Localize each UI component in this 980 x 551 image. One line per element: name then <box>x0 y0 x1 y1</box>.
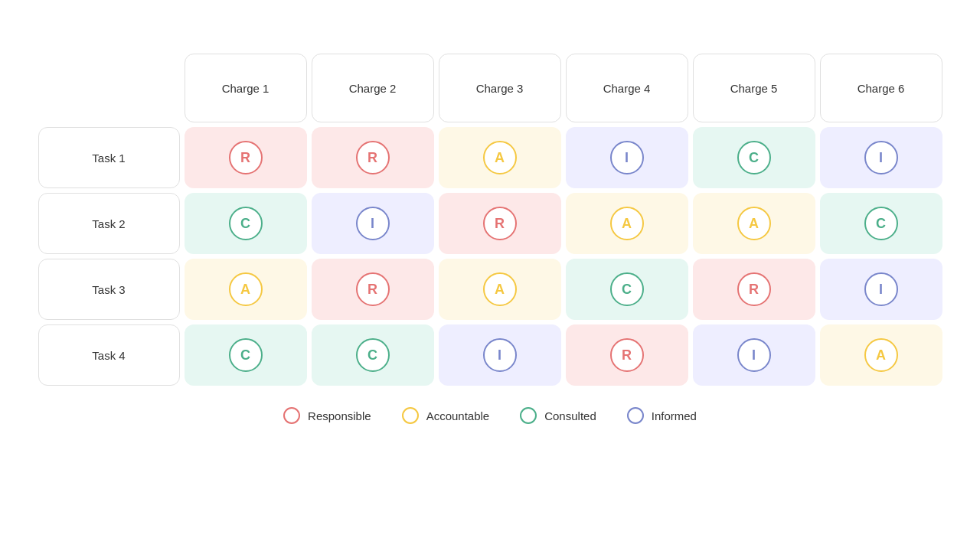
task-2: Task 2 <box>38 193 180 254</box>
cell-row4-col6: A <box>820 324 942 386</box>
legend-item-I: Informed <box>627 407 697 424</box>
raci-circle-A: A <box>610 207 644 240</box>
raci-circle-A: A <box>864 338 898 372</box>
legend-circle-C <box>520 407 537 424</box>
cell-row1-col2: R <box>312 127 434 188</box>
cell-row1-col4: I <box>566 127 688 188</box>
legend-circle-R <box>283 407 300 424</box>
cell-row1-col1: R <box>185 127 307 188</box>
cell-row2-col2: I <box>312 193 434 254</box>
cell-row1-col6: I <box>820 127 942 188</box>
raci-circle-R: R <box>229 141 263 174</box>
cell-row2-col1: C <box>185 193 307 254</box>
cell-row1-col5: C <box>693 127 815 188</box>
header-col-2: Charge 2 <box>312 54 434 122</box>
header-col-4: Charge 4 <box>566 54 688 122</box>
raci-circle-I: I <box>864 272 898 306</box>
cell-row3-col4: C <box>566 259 688 320</box>
raci-circle-A: A <box>229 272 263 306</box>
header-empty <box>38 54 180 122</box>
cell-row3-col6: I <box>820 259 942 320</box>
raci-circle-C: C <box>229 207 263 240</box>
legend-label-I: Informed <box>652 409 697 422</box>
raci-circle-A: A <box>483 141 517 174</box>
cell-row2-col5: A <box>693 193 815 254</box>
legend-label-R: Responsible <box>308 409 371 422</box>
cell-row4-col2: C <box>312 324 434 386</box>
matrix-container: Charge 1Charge 2Charge 3Charge 4Charge 5… <box>8 54 973 386</box>
cell-row2-col4: A <box>566 193 688 254</box>
legend-label-A: Accountable <box>426 409 490 422</box>
raci-circle-I: I <box>483 338 517 372</box>
raci-circle-I: I <box>737 338 771 372</box>
header-col-1: Charge 1 <box>185 54 307 122</box>
cell-row4-col5: I <box>693 324 815 386</box>
raci-circle-R: R <box>737 272 771 306</box>
header-col-3: Charge 3 <box>439 54 561 122</box>
cell-row2-col6: C <box>820 193 942 254</box>
cell-row4-col1: C <box>185 324 307 386</box>
raci-circle-R: R <box>356 272 390 306</box>
raci-circle-A: A <box>483 272 517 306</box>
legend: ResponsibleAccountableConsultedInformed <box>283 407 697 424</box>
raci-circle-C: C <box>864 207 898 240</box>
header-col-5: Charge 5 <box>693 54 815 122</box>
raci-circle-C: C <box>229 338 263 372</box>
task-4: Task 4 <box>38 324 180 386</box>
cell-row4-col4: R <box>566 324 688 386</box>
cell-row1-col3: A <box>439 127 561 188</box>
legend-item-A: Accountable <box>402 407 490 424</box>
legend-item-C: Consulted <box>520 407 596 424</box>
raci-circle-I: I <box>610 141 644 174</box>
raci-circle-A: A <box>737 207 771 240</box>
raci-circle-C: C <box>737 141 771 174</box>
raci-circle-R: R <box>610 338 644 372</box>
raci-circle-R: R <box>483 207 517 240</box>
legend-circle-I <box>627 407 644 424</box>
cell-row4-col3: I <box>439 324 561 386</box>
raci-circle-I: I <box>356 207 390 240</box>
cell-row2-col3: R <box>439 193 561 254</box>
cell-row3-col2: R <box>312 259 434 320</box>
legend-circle-A <box>402 407 419 424</box>
legend-item-R: Responsible <box>283 407 371 424</box>
task-1: Task 1 <box>38 127 180 188</box>
raci-circle-C: C <box>356 338 390 372</box>
raci-circle-R: R <box>356 141 390 174</box>
header-col-6: Charge 6 <box>820 54 942 122</box>
task-3: Task 3 <box>38 259 180 320</box>
cell-row3-col3: A <box>439 259 561 320</box>
raci-circle-C: C <box>610 272 644 306</box>
cell-row3-col1: A <box>185 259 307 320</box>
legend-label-C: Consulted <box>544 409 596 422</box>
raci-circle-I: I <box>864 141 898 174</box>
cell-row3-col5: R <box>693 259 815 320</box>
